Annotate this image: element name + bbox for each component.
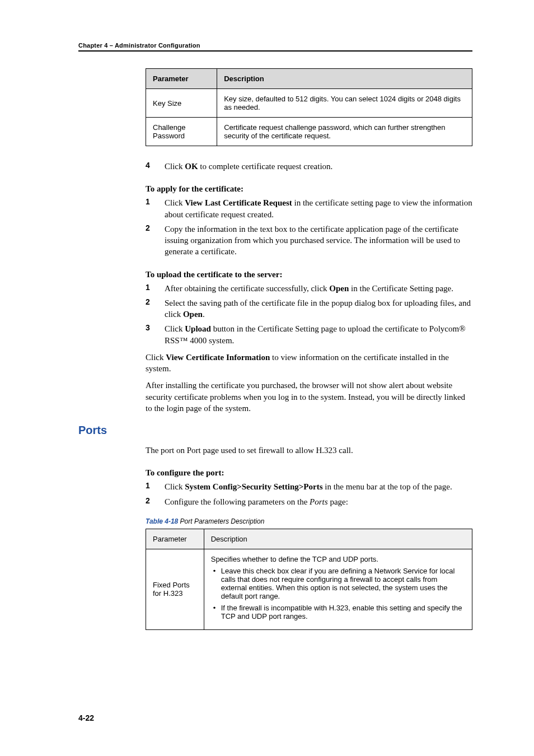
subheading-configure-port: To configure the port: <box>146 468 472 478</box>
ports-parameter-table: Parameter Description Fixed Ports for H.… <box>146 529 472 630</box>
subheading-upload: To upload the certificate to the server: <box>146 270 472 279</box>
cell-desc: Certificate request challenge password, … <box>217 118 472 146</box>
step-number: 1 <box>146 283 165 294</box>
step-text: Copy the information in the text box to … <box>165 223 472 258</box>
table-header-parameter: Parameter <box>146 69 217 89</box>
step-number: 2 <box>146 223 165 258</box>
cell-desc-list: Leave this check box clear if you are de… <box>211 567 465 620</box>
cell-param: Key Size <box>146 89 217 118</box>
cell-desc-intro: Specifies whether to define the TCP and … <box>211 555 465 563</box>
step-item: 1 Click System Config>Security Setting>P… <box>146 481 472 492</box>
step-text: Click Upload button in the Certificate S… <box>165 323 472 346</box>
page-number: 4-22 <box>78 713 94 722</box>
body-paragraph: Click View Certificate Information to vi… <box>146 352 472 375</box>
cell-desc: Specifies whether to define the TCP and … <box>204 549 472 629</box>
chapter-header: Chapter 4 – Administrator Configuration <box>78 42 472 49</box>
step-item: 1 Click View Last Certificate Request in… <box>146 197 472 220</box>
step-item: 2 Select the saving path of the certific… <box>146 297 472 320</box>
subheading-apply: To apply for the certificate: <box>146 184 472 194</box>
cell-desc: Key size, defaulted to 512 digits. You c… <box>217 89 472 118</box>
step-item: 4 Click OK to complete certificate reque… <box>146 161 472 172</box>
step-number: 3 <box>146 323 165 346</box>
step-text: Click OK to complete certificate request… <box>165 161 472 172</box>
step-item: 2 Configure the following parameters on … <box>146 496 472 507</box>
step-number: 2 <box>146 297 165 320</box>
step-text: Configure the following parameters on th… <box>165 496 472 507</box>
list-item: Leave this check box clear if you are de… <box>221 567 465 600</box>
table-row: Key Size Key size, defaulted to 512 digi… <box>146 89 472 118</box>
step-text: Click View Last Certificate Request in t… <box>165 197 472 220</box>
section-title-ports: Ports <box>78 424 472 437</box>
body-paragraph: The port on Port page used to set firewa… <box>146 445 472 456</box>
cert-parameter-table: Parameter Description Key Size Key size,… <box>146 68 472 146</box>
table-header-parameter: Parameter <box>146 529 204 549</box>
step-text: After obtaining the certificate successf… <box>165 283 472 294</box>
step-number: 1 <box>146 481 165 492</box>
body-paragraph: After installing the certificate you pur… <box>146 380 472 414</box>
table-caption-label: Table 4-18 <box>146 517 178 525</box>
step-item: 1 After obtaining the certificate succes… <box>146 283 472 294</box>
step-item: 3 Click Upload button in the Certificate… <box>146 323 472 346</box>
table-caption-text: Port Parameters Description <box>178 517 264 525</box>
header-rule <box>78 50 472 52</box>
step-number: 1 <box>146 197 165 220</box>
step-text: Select the saving path of the certificat… <box>165 297 472 320</box>
table-caption: Table 4-18 Port Parameters Description <box>146 517 472 525</box>
table-row: Challenge Password Certificate request c… <box>146 118 472 146</box>
table-header-description: Description <box>204 529 472 549</box>
step-number: 4 <box>146 161 165 172</box>
cell-param: Challenge Password <box>146 118 217 146</box>
step-number: 2 <box>146 496 165 507</box>
table-header-description: Description <box>217 69 472 89</box>
list-item: If the firewall is incompatible with H.3… <box>221 604 465 620</box>
step-text: Click System Config>Security Setting>Por… <box>165 481 472 492</box>
cell-param: Fixed Ports for H.323 <box>146 549 204 629</box>
table-row: Fixed Ports for H.323 Specifies whether … <box>146 549 472 629</box>
step-item: 2 Copy the information in the text box t… <box>146 223 472 258</box>
